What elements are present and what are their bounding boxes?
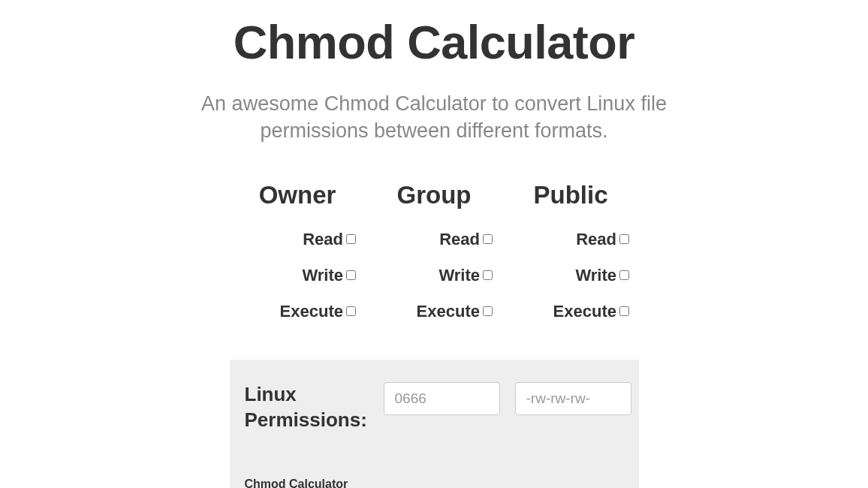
description-heading: Chmod Calculator bbox=[245, 477, 624, 488]
public-execute-label: Execute bbox=[553, 302, 616, 321]
description-section: Chmod Calculator Chmod Calculator is a f… bbox=[245, 477, 624, 488]
permissions-grid: Owner Read Write Execute Group Read Writ… bbox=[231, 181, 637, 330]
owner-execute-checkbox[interactable] bbox=[346, 306, 356, 316]
public-write-label: Write bbox=[575, 266, 616, 285]
results-box: Linux Permissions: Chmod Calculator Chmo… bbox=[230, 360, 639, 488]
octal-input[interactable] bbox=[384, 382, 500, 415]
owner-header: Owner bbox=[259, 181, 336, 209]
owner-execute-label: Execute bbox=[280, 302, 343, 321]
symbolic-input[interactable] bbox=[515, 382, 631, 415]
group-execute-label: Execute bbox=[417, 302, 480, 321]
results-label: Linux Permissions: bbox=[245, 382, 369, 433]
public-execute-checkbox[interactable] bbox=[619, 306, 629, 316]
group-write-checkbox[interactable] bbox=[483, 270, 493, 280]
page-subtitle: An awesome Chmod Calculator to convert L… bbox=[192, 90, 677, 145]
public-read-checkbox[interactable] bbox=[619, 234, 629, 244]
page-title: Chmod Calculator bbox=[192, 15, 677, 69]
group-header: Group bbox=[397, 181, 472, 209]
owner-write-label: Write bbox=[302, 266, 343, 285]
public-write-checkbox[interactable] bbox=[619, 270, 629, 280]
group-column: Group Read Write Execute bbox=[375, 181, 493, 330]
group-write-label: Write bbox=[439, 266, 480, 285]
group-read-label: Read bbox=[439, 230, 480, 249]
owner-read-checkbox[interactable] bbox=[346, 234, 356, 244]
group-read-checkbox[interactable] bbox=[483, 234, 493, 244]
public-read-label: Read bbox=[576, 230, 616, 249]
public-header: Public bbox=[533, 181, 607, 209]
group-execute-checkbox[interactable] bbox=[483, 306, 493, 316]
owner-write-checkbox[interactable] bbox=[346, 270, 356, 280]
owner-read-label: Read bbox=[303, 230, 343, 249]
owner-column: Owner Read Write Execute bbox=[239, 181, 356, 330]
public-column: Public Read Write Execute bbox=[512, 181, 629, 330]
